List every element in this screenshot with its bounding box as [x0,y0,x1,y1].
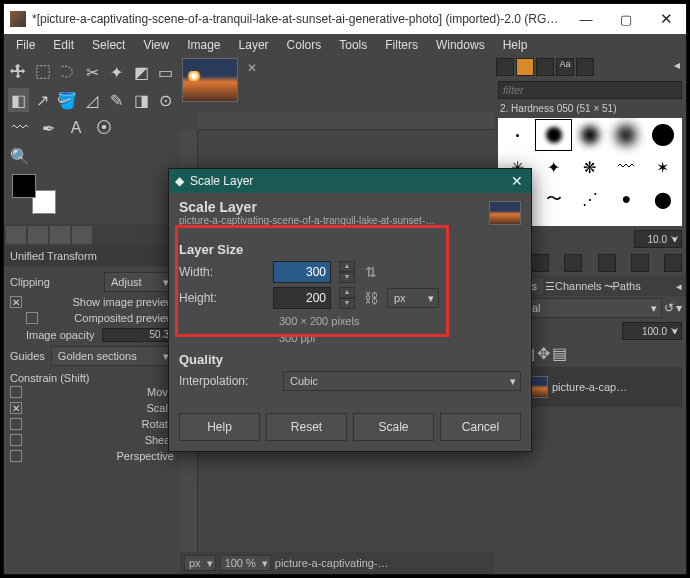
dock-icon[interactable] [576,58,594,76]
unit-dropdown[interactable]: px [387,288,439,308]
height-stepper[interactable]: ▲▼ [339,287,355,309]
constrain-persp-check[interactable] [10,450,22,462]
menu-help[interactable]: Help [495,36,536,54]
guides-dropdown[interactable]: Golden sections [51,346,174,366]
free-select-tool[interactable] [57,60,78,84]
menubar: File Edit Select View Image Layer Colors… [4,34,686,56]
ruler-horizontal[interactable] [198,112,494,130]
measure-tool[interactable]: ↗ [33,88,54,112]
clone-tool[interactable]: ⊙ [155,88,176,112]
dock-tab[interactable] [72,226,92,244]
constrain-rotate-check[interactable] [10,418,22,430]
maximize-button[interactable]: ▢ [606,4,646,34]
mode-switch-icon[interactable]: ↺ [664,301,674,315]
interpolation-dropdown[interactable]: Cubic [283,371,521,391]
brush-name-label: 2. Hardness 050 (51 × 51) [494,101,686,116]
opacity-slider[interactable]: 50.3 [102,328,174,342]
smudge-tool[interactable]: 〰 [8,116,32,140]
link-chain-icon[interactable]: ⛓ [363,290,379,306]
menu-filters[interactable]: Filters [377,36,426,54]
move-tool[interactable] [8,60,29,84]
dialog-titlebar[interactable]: ◆ Scale Layer ✕ [169,169,531,193]
dialog-header-title: Scale Layer [179,199,483,215]
eraser-tool[interactable]: ◨ [131,88,152,112]
fg-color[interactable] [12,174,36,198]
scale-button[interactable]: Scale [353,413,434,441]
composited-label: Composited preview [74,312,174,324]
dock-icon[interactable] [516,58,534,76]
image-tab-thumb[interactable] [182,58,238,102]
brush-size-spin[interactable]: 10.0 [634,230,682,248]
dock-tab[interactable] [6,226,26,244]
status-zoom-dropdown[interactable]: 100 % [220,555,271,571]
brush-btn[interactable] [564,254,582,272]
rect-tool[interactable]: ▭ [155,60,176,84]
text-tool[interactable]: A [64,116,88,140]
bucket-tool[interactable]: 🪣 [57,88,78,112]
menu-tools[interactable]: Tools [331,36,375,54]
height-input[interactable] [273,287,331,309]
image-tab-close[interactable]: ✕ [244,60,260,76]
menu-colors[interactable]: Colors [279,36,330,54]
layer-size-heading: Layer Size [179,242,521,257]
link-icon[interactable]: ⇅ [363,264,379,280]
dock-menu-icon[interactable]: ◂ [674,58,684,76]
zoom-tool[interactable]: 🔍 [8,144,32,168]
width-input[interactable] [273,261,331,283]
constrain-scale-check[interactable]: ✕ [10,402,22,414]
dock-menu-icon[interactable]: ◂ [676,280,682,293]
menu-edit[interactable]: Edit [45,36,82,54]
layer-name-label[interactable]: picture-a-cap… [552,381,627,393]
window-title: *[picture-a-captivating-scene-of-a-tranq… [32,12,566,26]
width-stepper[interactable]: ▲▼ [339,261,355,283]
dock-tab[interactable] [28,226,48,244]
lock-alpha-icon[interactable]: ▤ [552,344,567,363]
constrain-move-check[interactable] [10,386,22,398]
constrain-persp-label: Perspective [117,450,174,462]
menu-select[interactable]: Select [84,36,133,54]
crop-tool[interactable]: ◩ [131,60,152,84]
show-preview-check[interactable]: ✕ [10,296,22,308]
path-tool[interactable]: ✒ [36,116,60,140]
scissors-tool[interactable]: ✂ [82,60,103,84]
dock-icon[interactable] [496,58,514,76]
dock-icon[interactable] [536,58,554,76]
dialog-close-button[interactable]: ✕ [503,173,531,189]
unified-transform-tool[interactable]: ◧ [8,88,29,112]
menu-file[interactable]: File [8,36,43,54]
status-unit-dropdown[interactable]: px [184,555,216,571]
paths-tab[interactable]: ⤳Paths [604,280,641,293]
menu-view[interactable]: View [135,36,177,54]
left-dock: ✂ ✦ ◩ ▭ ◧ ↗ 🪣 ◿ ✎ ◨ ⊙ 〰 ✒ A [4,56,180,574]
cancel-button[interactable]: Cancel [440,413,521,441]
scale-layer-dialog: ◆ Scale Layer ✕ Scale Layer picture-a-ca… [168,168,532,452]
menu-windows[interactable]: Windows [428,36,493,54]
menu-layer[interactable]: Layer [231,36,277,54]
dock-tab[interactable] [50,226,70,244]
constrain-shear-check[interactable] [10,434,22,446]
dock-icon[interactable]: Aa [556,58,574,76]
brush-btn[interactable] [531,254,549,272]
brush-btn[interactable] [598,254,616,272]
channels-tab[interactable]: ☰Channels [545,280,601,293]
close-button[interactable]: ✕ [646,4,686,34]
gradient-tool[interactable]: ◿ [82,88,103,112]
composited-check[interactable] [26,312,38,324]
clipping-dropdown[interactable]: Adjust [104,272,174,292]
help-button[interactable]: Help [179,413,260,441]
minimize-button[interactable]: — [566,4,606,34]
mode-menu-icon[interactable]: ▾ [676,301,682,315]
brush-filter-input[interactable] [498,81,682,99]
constrain-label: Constrain (Shift) [10,372,174,384]
reset-button[interactable]: Reset [266,413,347,441]
layer-opacity-spin[interactable]: 100.0 [622,322,682,340]
brush-btn[interactable] [664,254,682,272]
lock-position-icon[interactable]: ✥ [537,344,550,363]
rect-select-tool[interactable] [33,60,54,84]
menu-image[interactable]: Image [179,36,228,54]
fg-bg-swatch[interactable] [12,174,56,214]
fuzzy-select-tool[interactable]: ✦ [106,60,127,84]
color-picker-tool[interactable]: ⦿ [92,116,116,140]
brush-btn[interactable] [631,254,649,272]
pencil-tool[interactable]: ✎ [106,88,127,112]
